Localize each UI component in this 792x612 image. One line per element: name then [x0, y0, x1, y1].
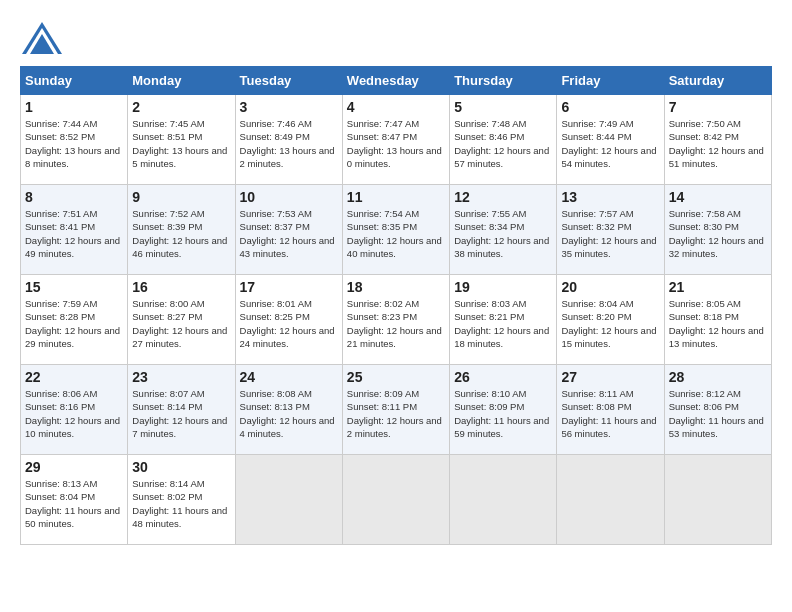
calendar-cell: 11 Sunrise: 7:54 AM Sunset: 8:35 PM Dayl… [342, 185, 449, 275]
day-number: 20 [561, 279, 659, 295]
calendar-cell: 1 Sunrise: 7:44 AM Sunset: 8:52 PM Dayli… [21, 95, 128, 185]
calendar-cell: 29 Sunrise: 8:13 AM Sunset: 8:04 PM Dayl… [21, 455, 128, 545]
calendar-cell: 6 Sunrise: 7:49 AM Sunset: 8:44 PM Dayli… [557, 95, 664, 185]
day-info: Sunrise: 7:58 AM Sunset: 8:30 PM Dayligh… [669, 207, 767, 260]
day-info: Sunrise: 7:50 AM Sunset: 8:42 PM Dayligh… [669, 117, 767, 170]
day-info: Sunrise: 8:00 AM Sunset: 8:27 PM Dayligh… [132, 297, 230, 350]
calendar-cell [235, 455, 342, 545]
calendar-cell: 23 Sunrise: 8:07 AM Sunset: 8:14 PM Dayl… [128, 365, 235, 455]
day-number: 25 [347, 369, 445, 385]
day-number: 16 [132, 279, 230, 295]
day-number: 27 [561, 369, 659, 385]
day-info: Sunrise: 7:44 AM Sunset: 8:52 PM Dayligh… [25, 117, 123, 170]
day-info: Sunrise: 7:55 AM Sunset: 8:34 PM Dayligh… [454, 207, 552, 260]
calendar-cell: 20 Sunrise: 8:04 AM Sunset: 8:20 PM Dayl… [557, 275, 664, 365]
day-number: 22 [25, 369, 123, 385]
weekday-header-saturday: Saturday [664, 67, 771, 95]
logo [20, 20, 68, 56]
day-info: Sunrise: 8:11 AM Sunset: 8:08 PM Dayligh… [561, 387, 659, 440]
day-number: 10 [240, 189, 338, 205]
weekday-header-wednesday: Wednesday [342, 67, 449, 95]
calendar-cell: 22 Sunrise: 8:06 AM Sunset: 8:16 PM Dayl… [21, 365, 128, 455]
day-info: Sunrise: 7:52 AM Sunset: 8:39 PM Dayligh… [132, 207, 230, 260]
weekday-header-thursday: Thursday [450, 67, 557, 95]
calendar-cell: 21 Sunrise: 8:05 AM Sunset: 8:18 PM Dayl… [664, 275, 771, 365]
calendar-cell: 7 Sunrise: 7:50 AM Sunset: 8:42 PM Dayli… [664, 95, 771, 185]
day-info: Sunrise: 8:01 AM Sunset: 8:25 PM Dayligh… [240, 297, 338, 350]
day-info: Sunrise: 8:02 AM Sunset: 8:23 PM Dayligh… [347, 297, 445, 350]
calendar-cell: 18 Sunrise: 8:02 AM Sunset: 8:23 PM Dayl… [342, 275, 449, 365]
day-number: 23 [132, 369, 230, 385]
day-info: Sunrise: 8:10 AM Sunset: 8:09 PM Dayligh… [454, 387, 552, 440]
calendar-cell: 8 Sunrise: 7:51 AM Sunset: 8:41 PM Dayli… [21, 185, 128, 275]
day-info: Sunrise: 7:54 AM Sunset: 8:35 PM Dayligh… [347, 207, 445, 260]
day-number: 30 [132, 459, 230, 475]
calendar-cell: 19 Sunrise: 8:03 AM Sunset: 8:21 PM Dayl… [450, 275, 557, 365]
day-info: Sunrise: 8:05 AM Sunset: 8:18 PM Dayligh… [669, 297, 767, 350]
calendar-cell [557, 455, 664, 545]
day-number: 15 [25, 279, 123, 295]
day-number: 21 [669, 279, 767, 295]
calendar-cell: 5 Sunrise: 7:48 AM Sunset: 8:46 PM Dayli… [450, 95, 557, 185]
calendar-cell: 16 Sunrise: 8:00 AM Sunset: 8:27 PM Dayl… [128, 275, 235, 365]
weekday-header-friday: Friday [557, 67, 664, 95]
day-number: 18 [347, 279, 445, 295]
day-number: 26 [454, 369, 552, 385]
calendar-table: SundayMondayTuesdayWednesdayThursdayFrid… [20, 66, 772, 545]
day-info: Sunrise: 7:49 AM Sunset: 8:44 PM Dayligh… [561, 117, 659, 170]
calendar-cell: 9 Sunrise: 7:52 AM Sunset: 8:39 PM Dayli… [128, 185, 235, 275]
calendar-cell: 13 Sunrise: 7:57 AM Sunset: 8:32 PM Dayl… [557, 185, 664, 275]
calendar-cell: 12 Sunrise: 7:55 AM Sunset: 8:34 PM Dayl… [450, 185, 557, 275]
day-number: 24 [240, 369, 338, 385]
day-info: Sunrise: 7:51 AM Sunset: 8:41 PM Dayligh… [25, 207, 123, 260]
calendar-cell: 26 Sunrise: 8:10 AM Sunset: 8:09 PM Dayl… [450, 365, 557, 455]
day-number: 4 [347, 99, 445, 115]
weekday-header-monday: Monday [128, 67, 235, 95]
weekday-header-tuesday: Tuesday [235, 67, 342, 95]
day-number: 7 [669, 99, 767, 115]
day-number: 29 [25, 459, 123, 475]
calendar-cell: 4 Sunrise: 7:47 AM Sunset: 8:47 PM Dayli… [342, 95, 449, 185]
day-number: 12 [454, 189, 552, 205]
day-number: 8 [25, 189, 123, 205]
day-info: Sunrise: 8:03 AM Sunset: 8:21 PM Dayligh… [454, 297, 552, 350]
calendar-cell: 15 Sunrise: 7:59 AM Sunset: 8:28 PM Dayl… [21, 275, 128, 365]
day-number: 11 [347, 189, 445, 205]
calendar-cell: 10 Sunrise: 7:53 AM Sunset: 8:37 PM Dayl… [235, 185, 342, 275]
day-number: 2 [132, 99, 230, 115]
day-info: Sunrise: 8:07 AM Sunset: 8:14 PM Dayligh… [132, 387, 230, 440]
day-info: Sunrise: 7:46 AM Sunset: 8:49 PM Dayligh… [240, 117, 338, 170]
day-number: 5 [454, 99, 552, 115]
day-info: Sunrise: 8:06 AM Sunset: 8:16 PM Dayligh… [25, 387, 123, 440]
day-info: Sunrise: 7:57 AM Sunset: 8:32 PM Dayligh… [561, 207, 659, 260]
weekday-header-sunday: Sunday [21, 67, 128, 95]
calendar-cell [664, 455, 771, 545]
calendar-cell: 2 Sunrise: 7:45 AM Sunset: 8:51 PM Dayli… [128, 95, 235, 185]
day-number: 19 [454, 279, 552, 295]
day-number: 1 [25, 99, 123, 115]
day-number: 3 [240, 99, 338, 115]
day-number: 6 [561, 99, 659, 115]
calendar-cell [342, 455, 449, 545]
calendar-cell: 27 Sunrise: 8:11 AM Sunset: 8:08 PM Dayl… [557, 365, 664, 455]
day-info: Sunrise: 8:14 AM Sunset: 8:02 PM Dayligh… [132, 477, 230, 530]
day-info: Sunrise: 7:47 AM Sunset: 8:47 PM Dayligh… [347, 117, 445, 170]
day-number: 9 [132, 189, 230, 205]
calendar-cell: 30 Sunrise: 8:14 AM Sunset: 8:02 PM Dayl… [128, 455, 235, 545]
calendar-cell: 3 Sunrise: 7:46 AM Sunset: 8:49 PM Dayli… [235, 95, 342, 185]
day-info: Sunrise: 8:09 AM Sunset: 8:11 PM Dayligh… [347, 387, 445, 440]
calendar-cell [450, 455, 557, 545]
calendar-cell: 28 Sunrise: 8:12 AM Sunset: 8:06 PM Dayl… [664, 365, 771, 455]
day-info: Sunrise: 8:12 AM Sunset: 8:06 PM Dayligh… [669, 387, 767, 440]
day-info: Sunrise: 8:13 AM Sunset: 8:04 PM Dayligh… [25, 477, 123, 530]
day-info: Sunrise: 7:59 AM Sunset: 8:28 PM Dayligh… [25, 297, 123, 350]
day-number: 17 [240, 279, 338, 295]
day-info: Sunrise: 8:04 AM Sunset: 8:20 PM Dayligh… [561, 297, 659, 350]
day-info: Sunrise: 8:08 AM Sunset: 8:13 PM Dayligh… [240, 387, 338, 440]
day-number: 28 [669, 369, 767, 385]
calendar-cell: 24 Sunrise: 8:08 AM Sunset: 8:13 PM Dayl… [235, 365, 342, 455]
day-number: 14 [669, 189, 767, 205]
logo-icon [20, 20, 64, 56]
day-info: Sunrise: 7:45 AM Sunset: 8:51 PM Dayligh… [132, 117, 230, 170]
calendar-cell: 25 Sunrise: 8:09 AM Sunset: 8:11 PM Dayl… [342, 365, 449, 455]
